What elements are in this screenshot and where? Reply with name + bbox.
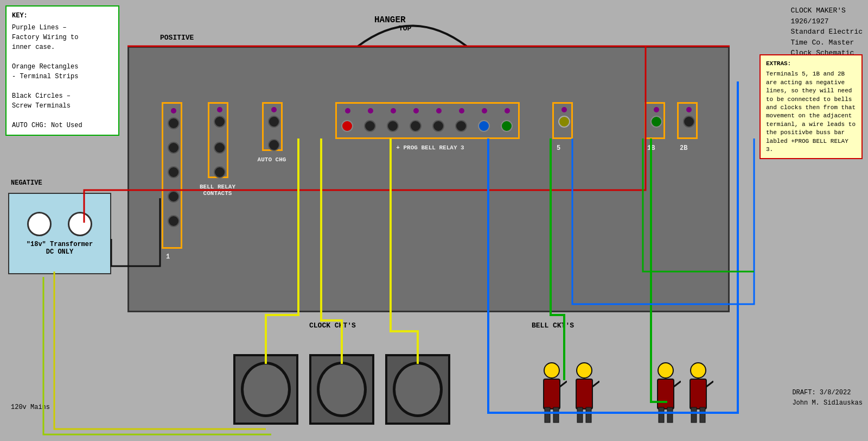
hanger-label: HANGER bbox=[374, 15, 406, 25]
terminal-strip-prog-bell bbox=[335, 102, 520, 139]
title-line2: 1926/1927 bbox=[790, 16, 863, 27]
key-content: Purple Lines – Factory Wiring to inner c… bbox=[12, 23, 113, 130]
purple-dot-pb6 bbox=[459, 108, 464, 114]
enclosure: 1 BELL RELAY CONTACTS AUTO CHG bbox=[127, 46, 730, 312]
term1b-label: 1B bbox=[647, 144, 655, 152]
screw-pb6 bbox=[455, 120, 467, 132]
clock-circle-3 bbox=[393, 362, 443, 417]
screw-5 bbox=[558, 116, 570, 128]
negative-label: NEGATIVE bbox=[11, 179, 42, 187]
purple-dot-1b bbox=[654, 107, 659, 112]
term5-label: 5 bbox=[557, 144, 560, 152]
transformer-circles bbox=[27, 212, 92, 236]
bell-relay-label: BELL RELAY CONTACTS bbox=[199, 184, 237, 197]
title-line3: Standard Electric bbox=[790, 27, 863, 37]
bell-person-4 bbox=[684, 360, 713, 430]
svg-rect-16 bbox=[690, 379, 706, 409]
purple-dot-pb3 bbox=[391, 108, 396, 114]
svg-rect-13 bbox=[667, 407, 673, 423]
svg-line-19 bbox=[706, 381, 713, 387]
terminal-strip-auto-chg bbox=[262, 102, 283, 151]
transformer-circle-right bbox=[68, 212, 92, 236]
screw-t1-5 bbox=[168, 215, 180, 227]
svg-line-4 bbox=[560, 381, 567, 387]
purple-dot-br bbox=[217, 107, 222, 112]
clock-circle-2 bbox=[317, 362, 367, 417]
screw-pb5 bbox=[432, 120, 444, 132]
title-line4: Time Co. Master bbox=[790, 37, 863, 48]
title-line1: CLOCK MAKER'S bbox=[790, 5, 863, 16]
svg-point-5 bbox=[577, 363, 592, 378]
extras-box: EXTRAS: Terminals 5, 1B and 2B are actin… bbox=[760, 54, 863, 159]
draft-label: DRAFT: 3/8/2022 John M. Sidlauskas bbox=[792, 388, 863, 408]
screw-t1-4 bbox=[168, 191, 180, 203]
svg-line-14 bbox=[674, 381, 681, 387]
svg-point-0 bbox=[544, 363, 559, 378]
screw-t1-1 bbox=[168, 117, 180, 129]
transformer-label: "18v" TransformerDC ONLY bbox=[27, 241, 93, 256]
bell-ckts-label: BELL CKT'S bbox=[532, 322, 574, 330]
clock-ckts-label: CLOCK CKT'S bbox=[309, 322, 356, 330]
svg-point-10 bbox=[658, 363, 673, 378]
mains-label: 120v Mains bbox=[11, 404, 50, 411]
svg-rect-2 bbox=[545, 407, 550, 423]
screw-pb3 bbox=[387, 120, 399, 132]
screw-br2 bbox=[214, 142, 226, 154]
draft-line1: DRAFT: 3/8/2022 bbox=[792, 388, 863, 398]
draft-line2: John M. Sidlauskas bbox=[792, 398, 863, 408]
screw-br1 bbox=[214, 116, 226, 128]
terminal-strip-5 bbox=[552, 102, 573, 139]
bell-person-3 bbox=[651, 360, 681, 430]
purple-dot-pb2 bbox=[368, 108, 373, 114]
screw-1b bbox=[650, 116, 662, 128]
purple-dot-pb5 bbox=[436, 108, 442, 114]
purple-dot-pb8 bbox=[505, 108, 510, 114]
screw-ac2 bbox=[268, 139, 280, 151]
bell-person-2 bbox=[570, 360, 599, 430]
key-box: KEY: Purple Lines – Factory Wiring to in… bbox=[5, 5, 119, 136]
svg-rect-1 bbox=[544, 379, 560, 409]
clock-box-1 bbox=[233, 354, 298, 425]
svg-rect-8 bbox=[586, 407, 591, 423]
prog-bell-label: + PROG BELL RELAY 3 bbox=[343, 144, 517, 151]
purple-dot-pb1 bbox=[345, 108, 350, 114]
term1-label: 1 bbox=[166, 253, 170, 261]
purple-dot-pb4 bbox=[413, 108, 419, 114]
purple-dot-pb7 bbox=[482, 108, 487, 114]
terminal-strip-1 bbox=[162, 102, 182, 249]
terminal-strip-bell-relay bbox=[208, 102, 228, 178]
purple-dot-2b bbox=[686, 107, 692, 112]
svg-line-9 bbox=[592, 381, 599, 387]
extras-heading: EXTRAS: bbox=[766, 60, 856, 68]
screw-pb4 bbox=[410, 120, 422, 132]
bell-person-1 bbox=[537, 360, 567, 430]
auto-chg-label: AUTO CHG bbox=[253, 156, 291, 163]
purple-dot bbox=[171, 108, 176, 114]
svg-rect-6 bbox=[576, 379, 592, 409]
clock-box-3 bbox=[385, 354, 450, 425]
screw-t1-2 bbox=[168, 142, 180, 154]
svg-rect-11 bbox=[658, 379, 674, 409]
svg-rect-7 bbox=[577, 407, 583, 423]
svg-rect-17 bbox=[691, 407, 697, 423]
svg-rect-18 bbox=[700, 407, 705, 423]
screw-br3 bbox=[214, 166, 226, 178]
svg-rect-3 bbox=[553, 407, 559, 423]
screw-t1-3 bbox=[168, 166, 180, 178]
screw-pb2 bbox=[364, 120, 376, 132]
purple-dot-5 bbox=[561, 107, 567, 112]
screw-pb-green bbox=[501, 120, 513, 132]
transformer-box: "18v" TransformerDC ONLY bbox=[8, 193, 111, 274]
terminal-strip-1b bbox=[644, 102, 665, 139]
purple-dot-ac bbox=[271, 107, 277, 112]
svg-point-15 bbox=[691, 363, 706, 378]
key-heading: KEY: bbox=[12, 11, 113, 21]
screw-2b bbox=[683, 116, 695, 128]
positive-label: POSITIVE bbox=[160, 34, 194, 42]
svg-rect-12 bbox=[659, 407, 664, 423]
hanger-top-label: TOP bbox=[399, 24, 411, 33]
extras-body: Terminals 5, 1B and 2B are acting as neg… bbox=[766, 70, 856, 154]
screw-pb-red bbox=[341, 120, 353, 132]
screw-pb-blue bbox=[478, 120, 490, 132]
term2b-label: 2B bbox=[680, 144, 687, 152]
